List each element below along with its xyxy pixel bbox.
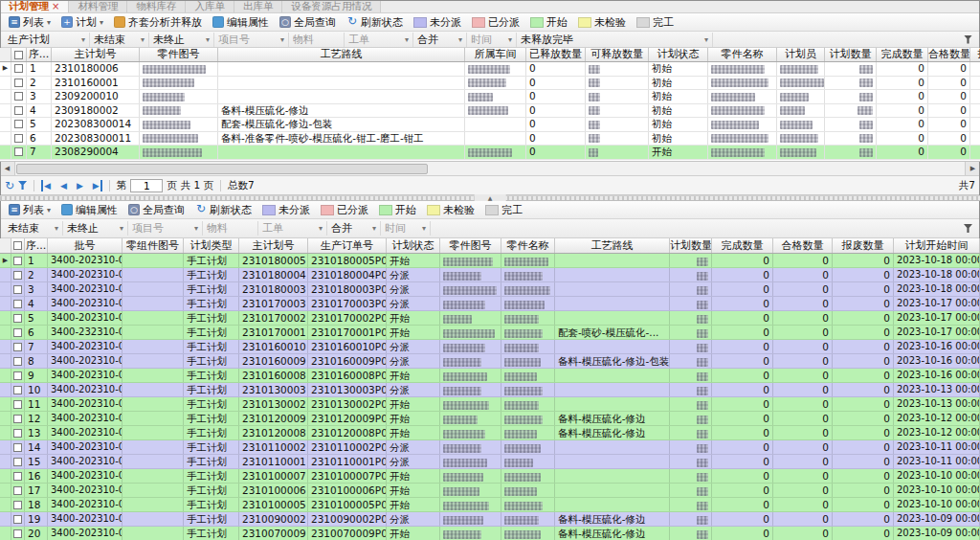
row-checkbox[interactable] <box>11 426 25 439</box>
table-row[interactable]: 42309180002备料-模压硫化-修边0初始00 <box>0 104 980 119</box>
col-header-scrap_qty[interactable]: 报废数量 <box>833 238 894 253</box>
row-checkbox[interactable] <box>11 90 27 103</box>
col-header-seq[interactable]: 序... <box>25 238 48 253</box>
panel-splitter[interactable]: ▲ <box>0 195 980 201</box>
edit-properties-button[interactable]: 编辑属性 <box>56 202 122 218</box>
chevron-down-icon[interactable]: ▾ <box>704 35 708 44</box>
not-ended-filter[interactable]: 未结束▾ <box>90 33 149 47</box>
material-filter[interactable]: 物料 <box>289 33 345 47</box>
col-header-order_no[interactable]: 生产订单号 <box>308 238 387 253</box>
row-checkbox[interactable] <box>11 118 27 131</box>
not-fully-released-filter[interactable]: 未释放完毕▾ <box>517 33 713 47</box>
table-row[interactable]: 193400-202310-01手工计划23100900022310090002… <box>0 512 980 527</box>
list-button[interactable]: ≡列表▾ <box>4 14 56 31</box>
table-row[interactable]: 183400-202310-01手工计划23101000052310100005… <box>0 498 980 512</box>
tab-入库单[interactable]: 入库单 <box>186 0 234 12</box>
col-header-planner[interactable]: 计划员 <box>777 48 825 61</box>
tab-计划管理[interactable]: 计划管理× <box>0 0 69 12</box>
table-row[interactable]: 103400-202310-01手工计划23101300032310130003… <box>0 383 980 397</box>
select-all-checkbox[interactable] <box>11 48 27 61</box>
production-plan-filter[interactable]: 生产计划▾ <box>4 33 90 47</box>
edit-properties-button[interactable]: 编辑属性 <box>208 14 274 31</box>
chevron-down-icon[interactable]: ▾ <box>458 35 462 44</box>
row-checkbox[interactable] <box>11 383 25 396</box>
row-checkbox[interactable] <box>11 412 25 425</box>
row-checkbox[interactable] <box>11 440 25 454</box>
col-header-plan_no[interactable]: 主计划号 <box>52 48 140 61</box>
scrollbar-thumb[interactable] <box>16 164 428 174</box>
table-row[interactable]: 223101600010初始00 <box>0 77 980 91</box>
row-checkbox[interactable] <box>11 62 27 76</box>
select-all-checkbox[interactable] <box>11 238 25 253</box>
col-header-scrap_qty[interactable]: 报废数量 <box>970 48 980 61</box>
chevron-down-icon[interactable]: ▾ <box>194 224 198 233</box>
pager-filter-icon[interactable] <box>18 181 27 190</box>
last-page-icon[interactable]: ▶ <box>90 180 102 191</box>
chevron-down-icon[interactable]: ▾ <box>55 224 58 233</box>
table-row[interactable]: 143400-202310-01手工计划23101100022310110002… <box>0 440 980 455</box>
workorder-filter[interactable]: 工单▾ <box>345 33 413 47</box>
filter-funnel-icon[interactable] <box>964 35 972 44</box>
chevron-down-icon[interactable]: ▾ <box>120 224 123 233</box>
refresh-icon[interactable]: ↻ <box>5 180 14 191</box>
chevron-down-icon[interactable]: ▾ <box>422 224 426 233</box>
list-button[interactable]: ≡列表▾ <box>4 202 56 218</box>
col-header-batch_no[interactable]: 批号 <box>48 238 122 253</box>
merge-filter[interactable]: 合并▾ <box>327 221 381 236</box>
col-header-plan_type[interactable]: 计划类型 <box>184 238 239 253</box>
row-checkbox[interactable] <box>11 146 27 159</box>
table-row[interactable]: 83400-202310-01手工计划23101600092310160009P… <box>0 354 980 369</box>
table-row[interactable]: 5202308300014配套-模压硫化-修边-包装0初始00 <box>0 118 980 132</box>
col-header-part_name[interactable]: 零件名称 <box>708 48 777 61</box>
col-header-done_qty[interactable]: 完成数量 <box>877 48 928 61</box>
row-checkbox[interactable] <box>11 512 25 526</box>
table-row[interactable]: ▶123101800060初始00 <box>0 62 980 77</box>
plan-button[interactable]: +计划▾ <box>56 14 108 31</box>
chevron-down-icon[interactable]: ▾ <box>319 224 323 233</box>
row-checkbox[interactable] <box>11 527 25 540</box>
col-header-part_no[interactable]: 零件图号 <box>440 238 501 253</box>
page-number-input[interactable] <box>130 179 163 192</box>
table-row[interactable]: 23400-202310-03手工计划23101800042310180004P… <box>0 268 980 282</box>
row-checkbox[interactable] <box>11 77 27 90</box>
row-checkbox[interactable] <box>11 354 25 368</box>
not-terminated-filter[interactable]: 未终止▾ <box>149 33 214 47</box>
not-terminated-filter[interactable]: 未终止▾ <box>63 221 128 236</box>
row-checkbox[interactable] <box>11 469 25 483</box>
col-header-route[interactable]: 工艺路线 <box>218 48 465 61</box>
col-header-part_no[interactable]: 零件图号 <box>140 48 218 61</box>
col-header-part_name[interactable]: 零件名称 <box>501 238 555 253</box>
row-checkbox[interactable] <box>11 369 25 382</box>
row-checkbox[interactable] <box>11 455 25 468</box>
row-checkbox[interactable] <box>11 397 25 411</box>
scroll-right-icon[interactable]: ▶ <box>965 162 980 175</box>
table-row[interactable]: 163400-202310-01手工计划23101000072310100007… <box>0 469 980 484</box>
next-page-icon[interactable]: ▶ <box>74 180 86 191</box>
chevron-down-icon[interactable]: ▾ <box>206 35 210 44</box>
table-row[interactable]: 723082900040开始00 <box>0 146 980 160</box>
row-checkbox[interactable] <box>11 268 25 281</box>
col-header-released_qty[interactable]: 已释放数量 <box>526 48 586 61</box>
col-header-releasable_qty[interactable]: 可释放数量 <box>586 48 649 61</box>
chevron-down-icon[interactable]: ▾ <box>141 35 145 44</box>
row-checkbox[interactable] <box>11 132 27 146</box>
table-row[interactable]: 53400-202310-01手工计划23101700022310170002P… <box>0 311 980 326</box>
table-row[interactable]: 73400-202310-01手工计划23101600102310160010P… <box>0 340 980 354</box>
table-row[interactable]: 113400-202310-02手工计划23101300022310130002… <box>0 397 980 412</box>
horizontal-scrollbar[interactable]: ◀ ▶ <box>0 162 980 176</box>
col-header-plan_no[interactable]: 主计划号 <box>239 238 308 253</box>
table-row[interactable]: 63400-232310-01手工计划23101700012310170001P… <box>0 326 980 340</box>
col-header-workshop[interactable]: 所属车间 <box>465 48 526 61</box>
filter-funnel-icon[interactable] <box>964 224 972 233</box>
table-row[interactable]: 93400-202310-02手工计划23101600082310160008P… <box>0 369 980 383</box>
row-checkbox[interactable] <box>11 498 25 511</box>
table-row[interactable]: 123400-202310-01手工计划23101200092310120009… <box>0 412 980 426</box>
table-row[interactable]: 43400-202310-02手工计划23101700032310170003P… <box>0 297 980 311</box>
chevron-down-icon[interactable]: ▾ <box>508 35 512 44</box>
global-search-button[interactable]: ○全局查询 <box>275 14 341 31</box>
col-header-done_qty[interactable]: 完成数量 <box>712 238 773 253</box>
time-filter[interactable]: 时间▾ <box>467 33 517 47</box>
col-header-comp_part_no[interactable]: 零组件图号 <box>122 238 184 253</box>
table-row[interactable]: 323092000100初始00 <box>0 90 980 104</box>
table-row[interactable]: 173400-202310-01手工计划23101000062310100006… <box>0 484 980 498</box>
